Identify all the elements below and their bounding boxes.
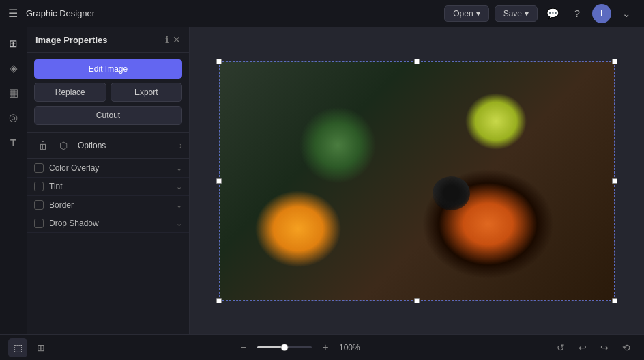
handle-top-left[interactable] bbox=[216, 59, 222, 64]
zoom-slider-thumb[interactable] bbox=[281, 344, 289, 351]
close-icon[interactable]: ✕ bbox=[173, 34, 181, 45]
sidebar-item-assets[interactable]: ◈ bbox=[3, 57, 25, 79]
handle-middle-right[interactable] bbox=[612, 178, 617, 184]
handle-bottom-left[interactable] bbox=[216, 298, 222, 303]
panel-content: Edit Image Replace Export Cutout bbox=[27, 53, 189, 132]
canvas-image[interactable] bbox=[219, 61, 615, 301]
avatar-button[interactable]: I bbox=[592, 4, 611, 23]
effects-label: Options bbox=[78, 141, 177, 150]
handle-middle-left[interactable] bbox=[216, 178, 222, 184]
save-button[interactable]: Save ▾ bbox=[495, 5, 538, 22]
top-bar: ☰ Graphic Designer Open ▾ Save ▾ 💬 ? I ⌄ bbox=[0, 0, 644, 27]
frame-icon[interactable]: ⬚ bbox=[8, 338, 27, 357]
app-title: Graphic Designer bbox=[26, 8, 436, 18]
color-overlay-checkbox[interactable] bbox=[34, 163, 44, 173]
main-area: ⊞ ◈ ▦ ◎ T Image Properties ℹ ✕ Edit Imag… bbox=[0, 27, 644, 334]
canvas-content bbox=[219, 61, 615, 301]
color-overlay-label: Color Overlay bbox=[49, 163, 171, 173]
trash-icon[interactable]: 🗑 bbox=[34, 137, 52, 154]
export-button[interactable]: Export bbox=[111, 83, 183, 102]
undo-history-icon[interactable]: ⟲ bbox=[617, 338, 636, 357]
open-label: Open bbox=[453, 9, 473, 18]
open-chevron: ▾ bbox=[476, 9, 480, 18]
handle-top-right[interactable] bbox=[612, 59, 617, 64]
redo-icon[interactable]: ↪ bbox=[595, 338, 614, 357]
canvas-area[interactable] bbox=[190, 27, 644, 334]
tint-chevron-icon[interactable]: ⌄ bbox=[176, 182, 182, 191]
cutout-button[interactable]: Cutout bbox=[34, 106, 182, 125]
zoom-value: 100% bbox=[339, 343, 366, 352]
edit-image-button[interactable]: Edit Image bbox=[34, 59, 182, 79]
handle-bottom-right[interactable] bbox=[612, 298, 617, 303]
icon-sidebar: ⊞ ◈ ▦ ◎ T bbox=[0, 27, 27, 334]
panel-header: Image Properties ℹ ✕ bbox=[27, 27, 189, 53]
mask-icon[interactable]: ⬡ bbox=[55, 137, 72, 154]
sidebar-item-grid[interactable]: ▦ bbox=[3, 82, 25, 104]
zoom-in-button[interactable]: + bbox=[317, 340, 334, 356]
zoom-slider[interactable] bbox=[257, 346, 312, 348]
bottom-center: − + 100% bbox=[56, 340, 546, 356]
help-button[interactable]: ? bbox=[568, 4, 587, 23]
save-chevron: ▾ bbox=[525, 9, 529, 18]
effect-row-drop-shadow: Drop Shadow ⌄ bbox=[27, 214, 189, 233]
border-checkbox[interactable] bbox=[34, 200, 44, 210]
undo-icon[interactable]: ↩ bbox=[573, 338, 592, 357]
drop-shadow-label: Drop Shadow bbox=[49, 219, 171, 228]
history-icon[interactable]: ↺ bbox=[551, 338, 570, 357]
handle-bottom-middle[interactable] bbox=[414, 298, 420, 303]
drop-shadow-checkbox[interactable] bbox=[34, 219, 44, 228]
more-button[interactable]: ⌄ bbox=[617, 4, 636, 23]
hamburger-icon[interactable]: ☰ bbox=[8, 7, 18, 20]
drop-shadow-chevron-icon[interactable]: ⌄ bbox=[176, 219, 182, 228]
zoom-out-button[interactable]: − bbox=[235, 340, 252, 356]
sidebar-item-text[interactable]: T bbox=[3, 131, 25, 153]
panel-title: Image Properties bbox=[35, 35, 161, 45]
effect-row-border: Border ⌄ bbox=[27, 196, 189, 214]
tint-checkbox[interactable] bbox=[34, 182, 44, 191]
color-overlay-chevron-icon[interactable]: ⌄ bbox=[176, 164, 182, 173]
properties-panel: Image Properties ℹ ✕ Edit Image Replace … bbox=[27, 27, 190, 334]
top-bar-actions: Open ▾ Save ▾ 💬 ? I ⌄ bbox=[444, 4, 636, 23]
comment-button[interactable]: 💬 bbox=[543, 4, 562, 23]
border-chevron-icon[interactable]: ⌄ bbox=[176, 201, 182, 210]
bottom-left: ⬚ ⊞ bbox=[8, 338, 50, 357]
save-label: Save bbox=[503, 9, 522, 18]
replace-export-row: Replace Export bbox=[34, 83, 182, 102]
info-icon[interactable]: ℹ bbox=[165, 34, 169, 45]
bottom-bar: ⬚ ⊞ − + 100% ↺ ↩ ↪ ⟲ bbox=[0, 334, 644, 360]
border-label: Border bbox=[49, 200, 171, 210]
avatar-label: I bbox=[600, 9, 602, 18]
effect-row-tint: Tint ⌄ bbox=[27, 178, 189, 196]
replace-button[interactable]: Replace bbox=[34, 83, 106, 102]
open-button[interactable]: Open ▾ bbox=[444, 5, 488, 22]
grid-icon[interactable]: ⊞ bbox=[31, 338, 50, 357]
bottom-right: ↺ ↩ ↪ ⟲ bbox=[551, 338, 636, 357]
tint-label: Tint bbox=[49, 182, 171, 191]
sidebar-item-layers[interactable]: ⊞ bbox=[3, 33, 25, 55]
effect-row-color-overlay: Color Overlay ⌄ bbox=[27, 159, 189, 178]
effects-toolbar: 🗑 ⬡ Options › bbox=[27, 132, 189, 159]
effects-chevron-icon: › bbox=[179, 141, 182, 150]
sidebar-item-shapes[interactable]: ◎ bbox=[3, 107, 25, 128]
handle-top-middle[interactable] bbox=[414, 59, 420, 64]
